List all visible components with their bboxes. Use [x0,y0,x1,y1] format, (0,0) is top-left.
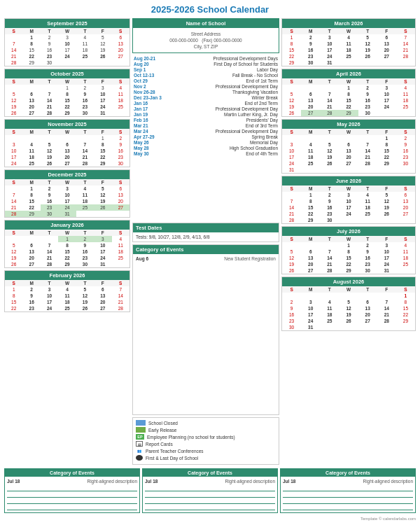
school-city: City, ST ZIP [136,43,276,50]
legend-text-ep: Employee Planning (no school for student… [147,435,235,440]
bottom-box-header-3: Category of Events [281,469,415,477]
cal-header-feb: February 2026 [5,271,130,280]
bottom-event-row-3: Jul 18 Right-aligned description [283,479,413,484]
bottom-event-row-1: Jul 18 Right-aligned description [7,479,137,484]
event-date: Mar 24 [132,128,169,134]
test-dates-text: Tests: 9/8, 10/27, 12/8, 2/9, 4/13, 6/8 [136,234,276,239]
legend-text-rc: Report Cards [146,442,173,447]
cal-grid-aug: S M T W T F S 1 2 3 4 5 [282,286,415,330]
event-desc: Fall Break - No School [169,72,279,78]
table-row: May 30End of 4th Term [132,150,279,156]
cal-grid-feb: S M T W T F S 1 2 3 4 5 6 7 8 9 10 [5,280,130,312]
bottom-box-3: Category of Events Jul 18 Right-aligned … [280,468,416,513]
calendar-feb2026: February 2026 S M T W T F S 1 2 3 4 5 6 … [4,270,130,312]
event-date: Sep 1 [132,66,169,72]
calendar-may2026: May 2026 S M T W T F S 1 2 3 [281,119,416,174]
event-date: Dec 23-Jan 3 [132,94,169,100]
event-desc: Martin Luther King, Jr. Day [169,111,279,117]
cal-grid-dec: S M T W T F S 1 2 3 4 5 6 7 8 9 [5,179,130,217]
event-date: May 28 [132,145,169,150]
dow-thu: T [76,28,94,34]
dow-fri: F [94,28,111,34]
event-desc: Winter Break [169,94,279,100]
cal-grid-sep: S M T W T F S 1 2 3 4 5 6 7 8 [5,28,130,66]
cal-header-aug: August 2026 [282,277,415,286]
fax-number: (Fax) 000-000-0000 [202,38,241,43]
test-dates-box: Test Dates Tests: 9/8, 10/27, 12/8, 2/9,… [132,223,279,242]
bottom-lines-1 [7,485,137,510]
legend-color-closed [136,420,146,426]
table-row: Aug 20First Day of School for Students [132,61,279,66]
ptc-icon: 👥 [136,448,143,454]
calendar-nov2025: November 2025 S M T W T F S 1 2 3 [4,119,130,167]
calendar-aug2026: August 2026 S M T W T F S 1 2 [281,276,416,331]
event-date: Nov 26-28 [132,89,169,94]
event-desc: Professional Development Days [169,55,279,61]
calendar-jun2026: June 2026 S M T W T F S 1 2 3 4 5 6 7 [281,176,416,224]
table-row: Jan 17Professional Development Day [132,106,279,111]
event-desc: End of 2nd Term [169,100,279,106]
cal-grid-jan: S M T W T F S 1 2 3 4 5 6 7 [5,230,130,267]
table-row: Feb 16Presidents' Day [132,117,279,122]
calendar-jul2026: July 2026 S M T W T F S 1 2 3 4 5 [281,226,416,274]
footer-text: Template © calendarlabs.com [4,517,416,521]
event-date: Nov 2 [132,83,169,89]
event-desc: Professional Development Day [169,106,279,111]
legend-box: School Closed Early Release EP Employee … [132,417,279,465]
event-desc: Professional Development Day [169,83,279,89]
cal-header-jul: July 2026 [282,227,415,236]
calendar-oct2025: October 2025 S M T W T F S 1 2 3 4 5 [4,69,130,117]
bottom-box-header-2: Category of Events [143,469,277,477]
table-row: Dec 23-Jan 3Winter Break [132,94,279,100]
dow-mon: M [22,28,40,34]
page-title: 2025-2026 School Calendar [4,4,416,15]
bottom-box-1: Category of Events Jul 18 Right-aligned … [4,468,140,513]
event-date: May 30 [132,150,169,156]
event-date: Aug 20-21 [132,55,169,61]
bottom-box-2: Category of Events Jul 18 Right-aligned … [142,468,278,513]
legend-text-ptc: Parent Teacher Conferences [146,449,204,454]
cal-grid-jul: S M T W T F S 1 2 3 4 5 6 7 [282,236,415,274]
table-row: Oct 29End of 1st Term [132,78,279,83]
bottom-section: Category of Events Jul 18 Right-aligned … [4,468,416,513]
page: 2025-2026 School Calendar September 2025… [0,0,420,525]
bottom-lines-3 [283,485,413,510]
table-row: Mar 21End of 3rd Term [132,122,279,128]
cal-header-jun: June 2026 [282,176,415,186]
event-desc: High School Graduation [169,145,279,150]
legend-text-early: Early Release [148,428,176,433]
table-row: Jan 16End of 2nd Term [132,100,279,106]
dow-sun: S [5,28,22,34]
cal-grid-mar: S M T W T F S 1 2 3 4 5 6 7 8 9 10 [282,28,415,66]
cat-event-row: Aug 6New Student Registration [136,256,276,261]
table-row: Nov 2Professional Development Day [132,83,279,89]
cal-header-mar: March 2026 [282,19,415,28]
bottom-event-date-2: Jul 18 [145,479,166,484]
left-column: September 2025 S M T W T F S 1 2 3 4 5 [4,18,130,465]
legend-text-closed: School Closed [148,421,178,426]
calendar-apr2026: April 2026 S M T W T F S 1 2 3 4 5 [281,69,416,117]
event-desc: Professional Development Day [169,128,279,134]
event-date: Oct 29 [132,78,169,83]
legend-fld: First & Last Day of School [136,455,276,461]
dow-tue: T [41,28,58,34]
events-section: Aug 20-21Professional Development DaysAu… [132,55,279,220]
event-desc: End of 3rd Term [169,122,279,128]
cat-event-desc: New Student Registration [157,256,276,261]
legend-ep: EP Employee Planning (no school for stud… [136,434,276,440]
legend-rc: ▤ Report Cards [136,441,276,447]
calendar-sep2025: September 2025 S M T W T F S 1 2 3 4 5 [4,18,130,66]
cal-header-oct: October 2025 [5,69,130,78]
cal-header-nov: November 2025 [5,120,130,129]
legend-closed: School Closed [136,420,276,426]
bottom-event-desc-3: Right-aligned description [304,479,413,484]
event-desc: Thanksgiving Vacation [169,89,279,94]
event-desc: Spring Break [169,134,279,139]
events-table: Aug 20-21Professional Development DaysAu… [132,55,279,156]
fld-icon [136,455,143,461]
event-desc: End of 1st Term [169,78,279,83]
bottom-event-desc-1: Right-aligned description [28,479,137,484]
content-area: September 2025 S M T W T F S 1 2 3 4 5 [4,18,416,465]
event-date: Jan 16 [132,100,169,106]
calendar-dec2025: December 2025 S M T W T F S 1 2 3 4 5 6 [4,169,130,218]
